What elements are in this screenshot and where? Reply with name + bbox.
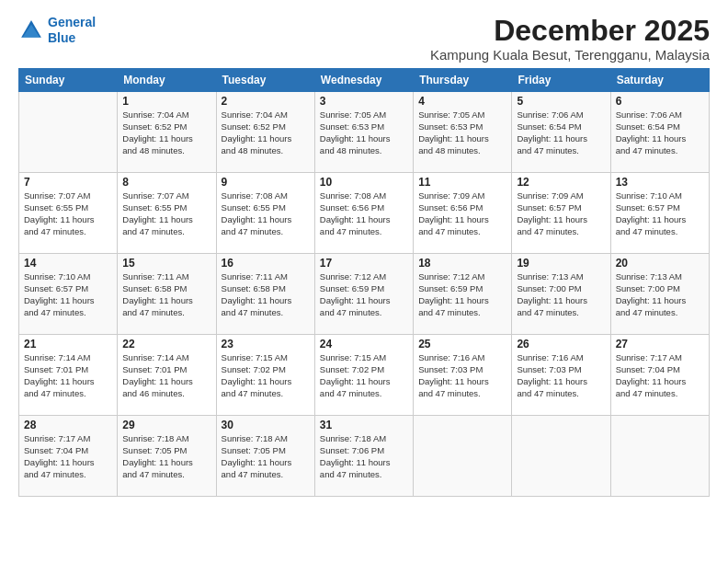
header-monday: Monday — [118, 69, 216, 92]
day-info: Sunrise: 7:05 AMSunset: 6:53 PMDaylight:… — [418, 109, 506, 156]
table-row: 14Sunrise: 7:10 AMSunset: 6:57 PMDayligh… — [19, 254, 118, 335]
day-info: Sunrise: 7:18 AMSunset: 7:06 PMDaylight:… — [320, 433, 408, 480]
table-row: 4Sunrise: 7:05 AMSunset: 6:53 PMDaylight… — [414, 92, 512, 173]
day-info: Sunrise: 7:18 AMSunset: 7:05 PMDaylight:… — [122, 433, 210, 480]
day-info: Sunrise: 7:12 AMSunset: 6:59 PMDaylight:… — [320, 271, 408, 318]
table-row: 29Sunrise: 7:18 AMSunset: 7:05 PMDayligh… — [118, 416, 216, 497]
header-saturday: Saturday — [610, 69, 709, 92]
logo-text: General Blue — [48, 15, 96, 46]
table-row — [610, 416, 709, 497]
day-info: Sunrise: 7:17 AMSunset: 7:04 PMDaylight:… — [24, 433, 112, 480]
day-info: Sunrise: 7:16 AMSunset: 7:03 PMDaylight:… — [517, 352, 605, 399]
day-info: Sunrise: 7:08 AMSunset: 6:55 PMDaylight:… — [222, 190, 310, 237]
logo-blue: Blue — [48, 30, 75, 45]
day-number: 6 — [616, 95, 704, 108]
day-info: Sunrise: 7:11 AMSunset: 6:58 PMDaylight:… — [222, 271, 310, 318]
day-number: 13 — [616, 176, 704, 189]
header-wednesday: Wednesday — [314, 69, 413, 92]
calendar-header-row: Sunday Monday Tuesday Wednesday Thursday… — [19, 69, 710, 92]
day-number: 26 — [517, 338, 605, 350]
table-row: 15Sunrise: 7:11 AMSunset: 6:58 PMDayligh… — [118, 254, 216, 335]
table-row: 1Sunrise: 7:04 AMSunset: 6:52 PMDaylight… — [118, 92, 216, 173]
header-sunday: Sunday — [19, 69, 118, 92]
table-row: 3Sunrise: 7:05 AMSunset: 6:53 PMDaylight… — [314, 92, 413, 173]
day-number: 28 — [24, 419, 112, 431]
day-info: Sunrise: 7:09 AMSunset: 6:57 PMDaylight:… — [517, 190, 605, 237]
table-row: 7Sunrise: 7:07 AMSunset: 6:55 PMDaylight… — [19, 173, 118, 254]
day-info: Sunrise: 7:04 AMSunset: 6:52 PMDaylight:… — [122, 109, 210, 156]
day-number: 11 — [418, 176, 506, 189]
day-number: 18 — [418, 257, 506, 270]
week-row-2: 7Sunrise: 7:07 AMSunset: 6:55 PMDaylight… — [19, 173, 710, 254]
day-info: Sunrise: 7:04 AMSunset: 6:52 PMDaylight:… — [222, 109, 310, 156]
day-info: Sunrise: 7:13 AMSunset: 7:00 PMDaylight:… — [517, 271, 605, 318]
day-info: Sunrise: 7:15 AMSunset: 7:02 PMDaylight:… — [222, 352, 310, 399]
day-number: 30 — [222, 419, 310, 431]
week-row-4: 21Sunrise: 7:14 AMSunset: 7:01 PMDayligh… — [19, 335, 710, 416]
header: General Blue December 2025 Kampung Kuala… — [18, 15, 710, 63]
day-info: Sunrise: 7:16 AMSunset: 7:03 PMDaylight:… — [418, 352, 506, 399]
day-number: 25 — [418, 338, 506, 350]
table-row: 9Sunrise: 7:08 AMSunset: 6:55 PMDaylight… — [216, 173, 314, 254]
table-row — [414, 416, 512, 497]
day-info: Sunrise: 7:05 AMSunset: 6:53 PMDaylight:… — [320, 109, 408, 156]
table-row: 2Sunrise: 7:04 AMSunset: 6:52 PMDaylight… — [216, 92, 314, 173]
day-number: 15 — [122, 257, 210, 270]
table-row: 25Sunrise: 7:16 AMSunset: 7:03 PMDayligh… — [414, 335, 512, 416]
day-info: Sunrise: 7:07 AMSunset: 6:55 PMDaylight:… — [122, 190, 210, 237]
table-row: 30Sunrise: 7:18 AMSunset: 7:05 PMDayligh… — [216, 416, 314, 497]
calendar: Sunday Monday Tuesday Wednesday Thursday… — [18, 68, 710, 497]
day-number: 16 — [222, 257, 310, 270]
day-info: Sunrise: 7:06 AMSunset: 6:54 PMDaylight:… — [517, 109, 605, 156]
week-row-3: 14Sunrise: 7:10 AMSunset: 6:57 PMDayligh… — [19, 254, 710, 335]
day-info: Sunrise: 7:07 AMSunset: 6:55 PMDaylight:… — [24, 190, 112, 237]
table-row: 19Sunrise: 7:13 AMSunset: 7:00 PMDayligh… — [512, 254, 610, 335]
day-number: 19 — [517, 257, 605, 270]
week-row-5: 28Sunrise: 7:17 AMSunset: 7:04 PMDayligh… — [19, 416, 710, 497]
table-row: 16Sunrise: 7:11 AMSunset: 6:58 PMDayligh… — [216, 254, 314, 335]
header-friday: Friday — [512, 69, 610, 92]
table-row: 31Sunrise: 7:18 AMSunset: 7:06 PMDayligh… — [314, 416, 413, 497]
table-row: 27Sunrise: 7:17 AMSunset: 7:04 PMDayligh… — [610, 335, 709, 416]
table-row: 12Sunrise: 7:09 AMSunset: 6:57 PMDayligh… — [512, 173, 610, 254]
day-info: Sunrise: 7:14 AMSunset: 7:01 PMDaylight:… — [24, 352, 112, 399]
day-number: 7 — [24, 176, 112, 189]
day-info: Sunrise: 7:11 AMSunset: 6:58 PMDaylight:… — [122, 271, 210, 318]
logo-general: General — [48, 15, 96, 29]
day-number: 21 — [24, 338, 112, 350]
day-number: 29 — [122, 419, 210, 431]
day-number: 24 — [320, 338, 408, 350]
day-number: 31 — [320, 419, 408, 431]
table-row: 18Sunrise: 7:12 AMSunset: 6:59 PMDayligh… — [414, 254, 512, 335]
day-number: 27 — [616, 338, 704, 350]
day-number: 8 — [122, 176, 210, 189]
day-info: Sunrise: 7:14 AMSunset: 7:01 PMDaylight:… — [122, 352, 210, 399]
table-row: 5Sunrise: 7:06 AMSunset: 6:54 PMDaylight… — [512, 92, 610, 173]
week-row-1: 1Sunrise: 7:04 AMSunset: 6:52 PMDaylight… — [19, 92, 710, 173]
day-number: 17 — [320, 257, 408, 270]
day-number: 20 — [616, 257, 704, 270]
logo: General Blue — [18, 15, 96, 46]
table-row: 24Sunrise: 7:15 AMSunset: 7:02 PMDayligh… — [314, 335, 413, 416]
table-row: 26Sunrise: 7:16 AMSunset: 7:03 PMDayligh… — [512, 335, 610, 416]
table-row: 17Sunrise: 7:12 AMSunset: 6:59 PMDayligh… — [314, 254, 413, 335]
day-info: Sunrise: 7:09 AMSunset: 6:56 PMDaylight:… — [418, 190, 506, 237]
day-info: Sunrise: 7:06 AMSunset: 6:54 PMDaylight:… — [616, 109, 704, 156]
day-number: 12 — [517, 176, 605, 189]
day-info: Sunrise: 7:18 AMSunset: 7:05 PMDaylight:… — [222, 433, 310, 480]
day-info: Sunrise: 7:08 AMSunset: 6:56 PMDaylight:… — [320, 190, 408, 237]
month-title: December 2025 — [430, 15, 710, 47]
day-number: 2 — [222, 95, 310, 108]
page: General Blue December 2025 Kampung Kuala… — [0, 0, 728, 563]
day-number: 1 — [122, 95, 210, 108]
table-row: 10Sunrise: 7:08 AMSunset: 6:56 PMDayligh… — [314, 173, 413, 254]
day-info: Sunrise: 7:12 AMSunset: 6:59 PMDaylight:… — [418, 271, 506, 318]
day-number: 14 — [24, 257, 112, 270]
location: Kampung Kuala Besut, Terengganu, Malaysi… — [430, 47, 710, 63]
day-number: 5 — [517, 95, 605, 108]
day-info: Sunrise: 7:13 AMSunset: 7:00 PMDaylight:… — [616, 271, 704, 318]
title-section: December 2025 Kampung Kuala Besut, Teren… — [430, 15, 710, 63]
day-number: 4 — [418, 95, 506, 108]
table-row: 22Sunrise: 7:14 AMSunset: 7:01 PMDayligh… — [118, 335, 216, 416]
table-row: 6Sunrise: 7:06 AMSunset: 6:54 PMDaylight… — [610, 92, 709, 173]
